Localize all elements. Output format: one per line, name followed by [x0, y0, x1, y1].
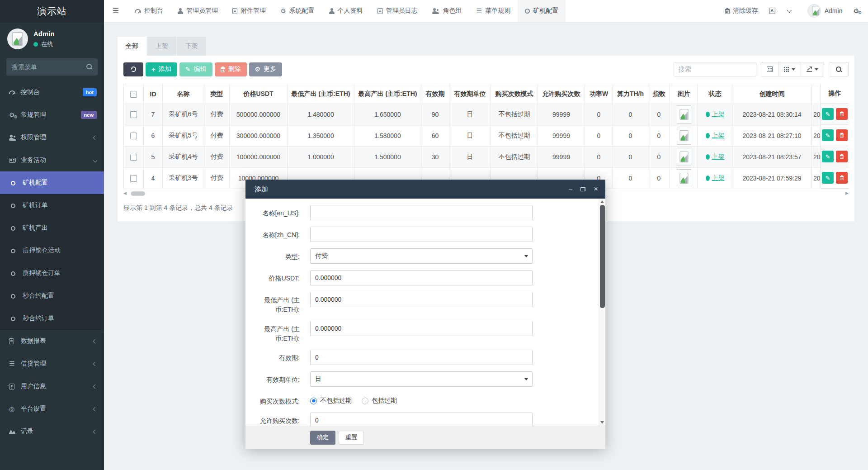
add-button[interactable]: +添加	[146, 62, 177, 76]
table-search-input[interactable]	[674, 62, 756, 76]
more-button[interactable]: ⚙更多	[249, 62, 283, 76]
sidebar-item-5[interactable]: ☰借贷管理	[0, 352, 104, 375]
status-badge[interactable]: 上架	[706, 153, 725, 161]
scroll-down-icon[interactable]	[600, 421, 604, 424]
select-all-checkbox[interactable]	[130, 91, 137, 98]
reset-button[interactable]: 重置	[339, 431, 364, 445]
sidebar-item-6[interactable]: 用户信息	[0, 375, 104, 398]
sidebar-item-4[interactable]: 数据报表	[0, 330, 104, 352]
sidebar-subitem-0[interactable]: 矿机配置	[0, 171, 104, 194]
radio-icon[interactable]	[362, 398, 368, 404]
status-badge[interactable]: 上架	[706, 174, 725, 182]
sidebar-item-2[interactable]: 权限管理	[0, 126, 104, 149]
scroll-up-icon[interactable]	[600, 200, 604, 203]
row-checkbox[interactable]	[130, 154, 137, 161]
row-edit-button[interactable]: ✎	[822, 151, 834, 162]
top-nav-item-6[interactable]: 角色组	[425, 0, 469, 22]
row-edit-button[interactable]: ✎	[822, 172, 834, 184]
top-nav-item-5[interactable]: 管理员日志	[370, 0, 425, 22]
navbar-user[interactable]: Admin	[804, 4, 843, 18]
top-nav-item-1[interactable]: 管理员管理	[170, 0, 225, 22]
sidebar-item-8[interactable]: 记录	[0, 420, 104, 443]
tab-2[interactable]: 下架	[177, 37, 206, 56]
sidebar-item-3[interactable]: 业务活动	[0, 149, 104, 171]
row-checkbox[interactable]	[130, 133, 137, 139]
sidebar-subitem-3[interactable]: 质押锁仓活动	[0, 239, 104, 262]
status-badge[interactable]: 上架	[706, 110, 725, 119]
row-image-thumbnail[interactable]	[677, 169, 691, 187]
scroll-right-icon[interactable]: ▶	[845, 191, 849, 195]
top-nav-item-2[interactable]: 附件管理	[225, 0, 273, 22]
row-delete-button[interactable]	[836, 108, 848, 120]
row-image-thumbnail[interactable]	[677, 105, 691, 123]
sidebar-item-0[interactable]: 控制台hot	[0, 81, 104, 104]
gauge-icon	[135, 9, 141, 13]
circle-icon	[11, 317, 15, 321]
radio-selected-icon[interactable]	[310, 398, 317, 404]
form-input-9[interactable]	[310, 413, 533, 426]
chevron-down-icon	[524, 255, 528, 257]
columns-button[interactable]	[778, 62, 801, 76]
form-input-6[interactable]	[310, 350, 533, 365]
restore-icon[interactable]	[580, 187, 585, 191]
top-nav-item-8[interactable]: 矿机配置	[518, 0, 566, 22]
form-input-5[interactable]	[310, 321, 533, 336]
top-nav-item-4[interactable]: 个人资料	[322, 0, 370, 22]
sidebar-toggle-icon[interactable]: ☰	[104, 0, 127, 22]
top-nav-item-3[interactable]: ⚙系统配置	[273, 0, 322, 22]
form-input-0[interactable]	[310, 205, 533, 220]
status-badge[interactable]: 上架	[706, 132, 725, 140]
radio-option-0[interactable]: 不包括过期	[310, 397, 352, 405]
form-input-3[interactable]	[310, 270, 533, 285]
row-image-thumbnail[interactable]	[677, 148, 691, 166]
dialog-titlebar[interactable]: 添加 – ×	[245, 180, 605, 199]
sidebar-subitem-5[interactable]: 秒合约配置	[0, 285, 104, 307]
edit-button[interactable]: ✎编辑	[179, 62, 212, 76]
refresh-button[interactable]	[123, 62, 143, 76]
chevron-down-icon	[93, 158, 98, 162]
row-checkbox[interactable]	[130, 111, 137, 118]
top-nav-item-7[interactable]: ☰菜单规则	[469, 0, 518, 22]
sidebar-subitem-1[interactable]: 矿机订单	[0, 194, 104, 217]
sidebar-subitem-4[interactable]: 质押锁仓订单	[0, 262, 104, 285]
form-select-7[interactable]: 日	[310, 371, 533, 387]
top-nav-item-0[interactable]: 控制台	[127, 0, 170, 22]
scroll-left-icon[interactable]: ◀	[123, 191, 127, 195]
row-delete-button[interactable]	[836, 129, 848, 141]
tab-0[interactable]: 全部	[118, 37, 146, 56]
radio-option-1[interactable]: 包括过期	[362, 397, 397, 405]
form-input-4[interactable]	[310, 292, 533, 307]
scrollbar-thumb[interactable]	[131, 191, 145, 196]
settings-gears-icon[interactable]: ⚙	[853, 8, 859, 14]
form-input-1[interactable]	[310, 227, 533, 242]
export-button[interactable]	[801, 62, 824, 76]
form-select-2[interactable]: 付费	[310, 248, 533, 264]
row-delete-button[interactable]	[836, 172, 848, 184]
row-edit-button[interactable]: ✎	[822, 108, 834, 120]
column-header: 允许购买次数	[538, 84, 585, 104]
row-delete-button[interactable]	[836, 151, 848, 162]
delete-button[interactable]: 删除	[215, 62, 247, 76]
sidebar-search-input[interactable]	[6, 58, 98, 76]
close-icon[interactable]: ×	[594, 185, 598, 194]
row-image-thumbnail[interactable]	[677, 127, 691, 145]
sidebar-subitem-2[interactable]: 矿机产出	[0, 217, 104, 239]
sidebar-item-7[interactable]: ◎平台设置	[0, 398, 104, 420]
avatar[interactable]	[7, 28, 28, 49]
vertical-scrollbar[interactable]	[599, 199, 605, 426]
clear-cache-button[interactable]: 清除缓存	[725, 7, 758, 15]
sidebar-item-1[interactable]: ⚙常规管理new	[0, 104, 104, 126]
confirm-button[interactable]: 确定	[310, 431, 335, 445]
fullscreen-icon[interactable]	[786, 8, 793, 14]
scrollbar-thumb[interactable]	[600, 205, 605, 308]
column-header: 购买次数模式	[491, 84, 538, 104]
row-checkbox[interactable]	[130, 175, 137, 182]
sidebar: 演示站 Admin 在线 控制台hot⚙常规管理new权限管理业务活动矿机配置矿…	[0, 0, 104, 470]
tab-1[interactable]: 上架	[147, 37, 176, 56]
sidebar-subitem-6[interactable]: 秒合约订单	[0, 307, 104, 330]
detail-view-button[interactable]	[761, 62, 778, 76]
advanced-search-button[interactable]	[829, 62, 849, 76]
translate-icon[interactable]: A	[769, 8, 775, 14]
row-edit-button[interactable]: ✎	[822, 129, 834, 141]
minimize-icon[interactable]: –	[569, 185, 572, 193]
